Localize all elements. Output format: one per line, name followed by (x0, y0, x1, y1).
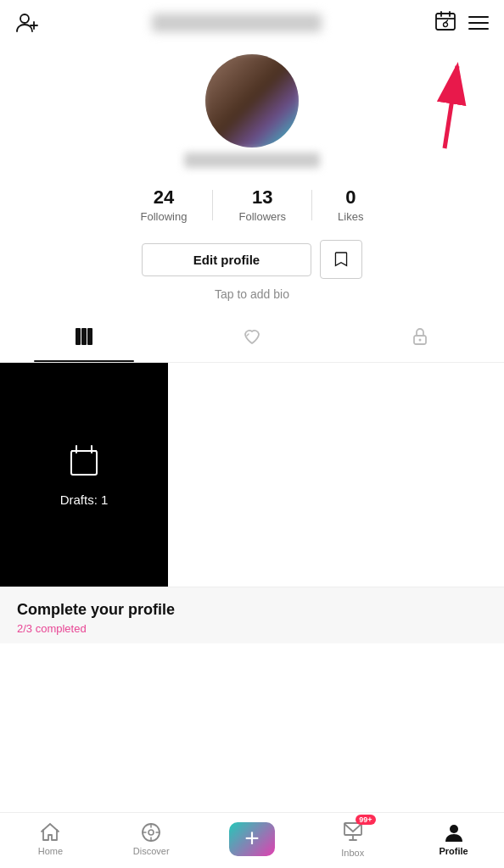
edit-profile-button[interactable]: Edit profile (142, 243, 311, 276)
complete-profile-banner[interactable]: Complete your profile 2/3 completed (0, 587, 504, 643)
complete-profile-progress: 2/3 completed (17, 622, 487, 635)
add-user-icon (15, 11, 39, 35)
likes-stat[interactable]: 0 Likes (312, 186, 389, 223)
avatar[interactable] (205, 54, 299, 147)
menu-button[interactable] (468, 16, 489, 30)
svg-point-9 (444, 23, 448, 27)
tab-private[interactable] (336, 316, 504, 362)
svg-point-27 (450, 825, 458, 833)
stats-row: 24 Following 13 Followers 0 Likes (0, 186, 504, 223)
following-label: Following (141, 210, 188, 223)
add-user-button[interactable] (15, 11, 39, 35)
svg-rect-10 (76, 328, 81, 345)
home-icon (39, 821, 61, 843)
bottom-nav: Home Discover + 99+ Inbox (0, 812, 504, 868)
discover-label: Discover (133, 846, 170, 856)
calendar-icon-button[interactable] (434, 10, 456, 36)
discover-icon (140, 821, 162, 843)
followers-label: Followers (238, 210, 286, 223)
svg-rect-12 (87, 328, 92, 345)
menu-line-3 (468, 28, 489, 30)
tab-liked[interactable] (168, 316, 336, 362)
avatar-image-blurred (205, 54, 299, 147)
tab-videos[interactable] (0, 316, 168, 362)
profile-section: 24 Following 13 Followers 0 Likes Edit p… (0, 46, 504, 316)
likes-label: Likes (338, 210, 363, 223)
grid-icon (74, 326, 94, 352)
profile-username-blurred (184, 153, 320, 168)
svg-point-2 (20, 14, 29, 23)
followers-stat[interactable]: 13 Followers (213, 186, 311, 223)
complete-profile-title: Complete your profile (17, 601, 487, 619)
profile-buttons: Edit profile (142, 240, 362, 279)
nav-inbox[interactable]: 99+ Inbox (328, 820, 378, 858)
content-tabs (0, 316, 504, 363)
svg-rect-11 (81, 328, 87, 345)
followers-count: 13 (252, 186, 272, 209)
menu-line-1 (468, 16, 489, 18)
plus-icon: + (244, 826, 260, 851)
drafts-icon (66, 442, 102, 486)
home-label: Home (38, 846, 63, 856)
nav-discover[interactable]: Discover (126, 821, 176, 856)
create-button[interactable]: + (229, 822, 275, 856)
inbox-badge: 99+ (356, 815, 376, 825)
lock-icon (410, 326, 430, 352)
following-count: 24 (154, 186, 174, 209)
svg-rect-15 (71, 451, 97, 475)
nav-home[interactable]: Home (25, 821, 76, 856)
svg-point-20 (148, 830, 154, 835)
profile-nav-icon (443, 821, 465, 843)
calendar-icon (434, 10, 456, 32)
bio-placeholder[interactable]: Tap to add bio (215, 287, 289, 301)
header (0, 0, 504, 46)
following-stat[interactable]: 24 Following (115, 186, 213, 223)
nav-create[interactable]: + (227, 822, 277, 856)
menu-line-2 (468, 22, 489, 24)
content-grid: Drafts: 1 (0, 363, 504, 587)
bookmark-button[interactable] (320, 240, 362, 279)
likes-count: 0 (345, 186, 356, 209)
drafts-tile[interactable]: Drafts: 1 (0, 363, 168, 587)
profile-label: Profile (439, 846, 468, 856)
header-actions (434, 10, 489, 36)
heart-icon (242, 326, 262, 352)
drafts-label: Drafts: 1 (60, 492, 109, 507)
nav-profile[interactable]: Profile (428, 821, 479, 856)
inbox-label: Inbox (341, 848, 364, 858)
username-blurred (152, 14, 322, 32)
svg-point-14 (419, 339, 422, 342)
bookmark-icon (334, 248, 348, 270)
